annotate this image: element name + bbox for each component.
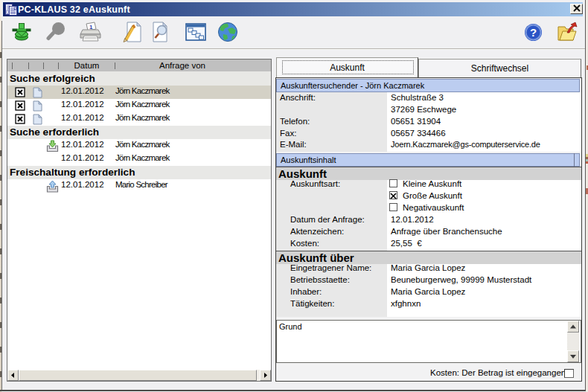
svg-text:1: 1 bbox=[89, 24, 93, 30]
svg-text:?: ? bbox=[530, 26, 537, 39]
